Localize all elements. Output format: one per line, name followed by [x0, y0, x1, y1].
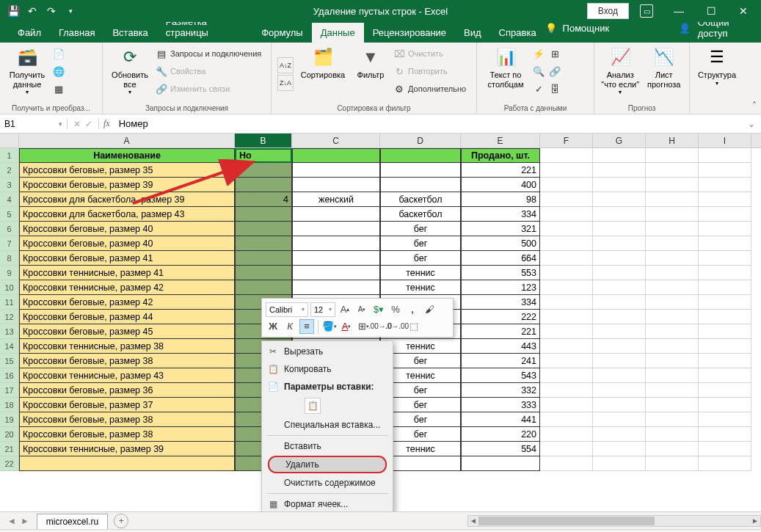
sort-za-button[interactable]: Z↓A	[277, 75, 294, 91]
col-header-E[interactable]: E	[461, 134, 540, 147]
fill-color-icon[interactable]: 🪣▾	[322, 319, 337, 334]
row-header[interactable]: 15	[0, 354, 19, 368]
cell[interactable]: Кроссовки для баскетбола, размер 39	[19, 192, 235, 207]
text-to-columns-button[interactable]: 📊 Текст по столбцам	[483, 45, 528, 103]
forecast-button[interactable]: 📉 Лист прогноза	[644, 45, 683, 103]
sheet-nav-prev-icon[interactable]: ◄	[7, 516, 16, 526]
tab-formulas[interactable]: Формулы	[252, 23, 312, 43]
col-header-B[interactable]: B	[235, 134, 292, 147]
cell[interactable]: Кроссовки беговые, размер 41	[19, 251, 235, 266]
row-header[interactable]: 16	[0, 368, 19, 383]
accounting-format-icon[interactable]: $▾	[371, 302, 386, 317]
cell[interactable]	[235, 251, 292, 266]
cell[interactable]: Кроссовки беговые, размер 40	[19, 222, 235, 236]
undo-icon[interactable]: ↶	[23, 2, 41, 20]
cell[interactable]: 443	[461, 339, 540, 354]
cell[interactable]: 553	[461, 266, 540, 280]
cell[interactable]	[235, 280, 292, 295]
merge-icon[interactable]: ⬚	[407, 319, 421, 334]
font-size-dropdown[interactable]: 12▾	[310, 302, 335, 317]
horizontal-scrollbar[interactable]: ◄ ►	[467, 515, 761, 527]
cell[interactable]: 664	[461, 251, 540, 266]
tab-help[interactable]: Справка	[490, 23, 545, 43]
redo-icon[interactable]: ↷	[43, 2, 60, 20]
maximize-icon[interactable]: ☐	[696, 0, 726, 22]
whatif-button[interactable]: 📈 Анализ "что если"▾	[600, 45, 640, 103]
cell[interactable]: 441	[461, 412, 540, 427]
sort-button[interactable]: 🗂️ Сортировка	[298, 45, 348, 103]
col-header-C[interactable]: C	[292, 134, 380, 147]
ctx-paste-default[interactable]: 📋	[263, 396, 391, 416]
decrease-font-icon[interactable]: A▾	[354, 302, 369, 317]
cell[interactable]	[292, 207, 380, 222]
col-header-G[interactable]: G	[593, 134, 646, 147]
ribbon-options-icon[interactable]: ▭	[632, 0, 661, 22]
col-header-A[interactable]: A	[19, 134, 235, 147]
add-sheet-button[interactable]: +	[114, 514, 128, 528]
outline-button[interactable]: ☰ Структура▾	[696, 45, 738, 103]
scroll-left-icon[interactable]: ◄	[468, 516, 478, 526]
row-header[interactable]: 10	[0, 280, 19, 295]
ctx-clear[interactable]: Очистить содержимое	[263, 474, 391, 492]
row-header[interactable]: 13	[0, 324, 19, 339]
font-name-dropdown[interactable]: Calibri▾	[266, 302, 308, 317]
from-text-button[interactable]: 📄	[53, 45, 65, 62]
fx-icon[interactable]: fx	[99, 118, 114, 129]
row-header[interactable]: 19	[0, 412, 19, 427]
cell[interactable]	[235, 266, 292, 280]
header-cell[interactable]: Наименование	[19, 148, 235, 163]
cell[interactable]: 241	[461, 354, 540, 368]
cell[interactable]: 321	[461, 222, 540, 236]
cell[interactable]: 221	[461, 163, 540, 178]
header-cell[interactable]	[380, 148, 461, 163]
cell[interactable]: Кроссовки беговые, размер 45	[19, 324, 235, 339]
cell[interactable]: теннис	[380, 280, 461, 295]
cell[interactable]: 400	[461, 178, 540, 192]
row-header[interactable]: 8	[0, 251, 19, 266]
cell[interactable]: Кроссовки беговые, размер 38	[19, 354, 235, 368]
relationships-button[interactable]: 🔗	[549, 63, 561, 79]
sheet-tab[interactable]: microexcel.ru	[37, 514, 108, 529]
cell[interactable]: баскетбол	[380, 192, 461, 207]
tab-file[interactable]: Файл	[9, 23, 50, 43]
scrollbar-thumb[interactable]	[478, 517, 655, 525]
cell[interactable]	[292, 163, 380, 178]
row-header[interactable]: 6	[0, 222, 19, 236]
cell[interactable]: 222	[461, 310, 540, 324]
cell[interactable]: бег	[380, 251, 461, 266]
row-header[interactable]: 2	[0, 163, 19, 178]
ctx-copy[interactable]: 📋Копировать	[263, 360, 391, 378]
cell[interactable]: бег	[380, 222, 461, 236]
col-header-F[interactable]: F	[540, 134, 593, 147]
cell[interactable]: баскетбол	[380, 207, 461, 222]
col-header-D[interactable]: D	[380, 134, 461, 147]
cell[interactable]: теннис	[380, 266, 461, 280]
cell[interactable]	[292, 251, 380, 266]
row-header[interactable]: 17	[0, 383, 19, 398]
filter-button[interactable]: ▼ Фильтр	[352, 45, 389, 103]
cell[interactable]	[235, 178, 292, 192]
tab-home[interactable]: Главная	[50, 23, 103, 43]
tab-review[interactable]: Рецензирование	[364, 23, 455, 43]
cell[interactable]: Кроссовки беговые, размер 39	[19, 178, 235, 192]
cell[interactable]	[235, 207, 292, 222]
cell[interactable]	[292, 266, 380, 280]
cell[interactable]: Кроссовки беговые, размер 38	[19, 427, 235, 442]
cell[interactable]: 220	[461, 427, 540, 442]
cell[interactable]	[380, 178, 461, 192]
select-all-corner[interactable]	[0, 134, 19, 147]
row-header[interactable]: 11	[0, 295, 19, 310]
font-color-icon[interactable]: A▾	[339, 319, 354, 334]
cell[interactable]: Кроссовки теннисные, размер 43	[19, 368, 235, 383]
cell[interactable]: Кроссовки беговые, размер 36	[19, 383, 235, 398]
minimize-icon[interactable]: —	[664, 0, 693, 22]
cell[interactable]	[235, 163, 292, 178]
cell[interactable]: 543	[461, 368, 540, 383]
formula-input[interactable]: Номер	[114, 118, 742, 129]
data-model-button[interactable]: 🗄	[549, 81, 561, 97]
cell[interactable]: бег	[380, 236, 461, 251]
header-cell[interactable]	[292, 148, 380, 163]
scroll-right-icon[interactable]: ►	[750, 516, 760, 526]
expand-formula-icon[interactable]: ⌄	[742, 119, 761, 129]
cell[interactable]: 221	[461, 324, 540, 339]
